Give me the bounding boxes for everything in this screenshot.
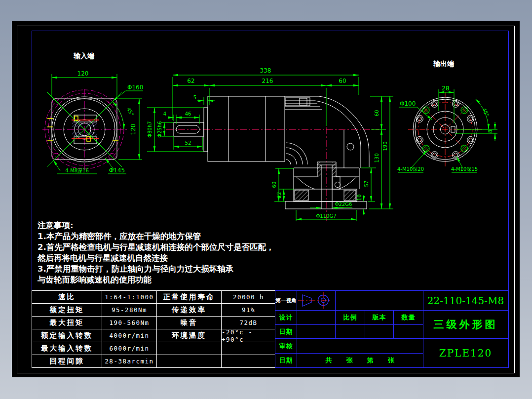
spec-label: 回程间隙 bbox=[32, 355, 102, 368]
model-number: ZPLE120 bbox=[423, 338, 508, 368]
spec-value: 72dB bbox=[222, 317, 276, 329]
design-value-cell bbox=[297, 310, 336, 325]
spec-table: 速比 1:64-1:1000 正常使用寿命 20000 h 额定扭矩 95-28… bbox=[32, 290, 275, 368]
spec-value bbox=[222, 342, 276, 355]
title-block: 第一视角 22-110-145-M8 设计 比例 版本 数量 三级外形图 日期 … bbox=[275, 290, 508, 368]
notes-title: 注意事项: bbox=[38, 220, 274, 231]
part-number: 22-110-145-M8 bbox=[423, 290, 508, 311]
spec-value: 95-280Nm bbox=[102, 304, 157, 317]
quantity-value-cell bbox=[393, 324, 423, 339]
review-label: 审核 bbox=[275, 338, 297, 354]
spec-value: 6000r/min bbox=[102, 342, 157, 355]
spec-value: 91% bbox=[222, 304, 276, 317]
spec-value bbox=[222, 355, 276, 368]
notes-block: 注意事项: 1.本产品为精密部件，应放在干燥的地方保管 2.首先严格检查电机与行… bbox=[38, 220, 274, 285]
empty-cell bbox=[335, 290, 423, 311]
date-label: 日期 bbox=[275, 353, 297, 368]
first-angle-label: 第一视角 bbox=[275, 290, 297, 311]
notes-line: 然后再将电机与行星减速机自然连接 bbox=[38, 253, 274, 264]
spec-label: 噪音 bbox=[157, 317, 222, 329]
spec-value: 190-560Nm bbox=[102, 317, 157, 329]
spec-label: 环境温度 bbox=[157, 329, 222, 342]
spec-label: 传递效率 bbox=[157, 304, 222, 317]
notes-line: 3.严禁用重物击打，防止轴向力与径向力过大损坏轴承 bbox=[38, 264, 274, 275]
scale-label: 比例 bbox=[335, 310, 365, 325]
review-value-cell bbox=[297, 338, 423, 354]
spec-value: 4000r/min bbox=[102, 329, 157, 342]
empty-cell bbox=[297, 324, 336, 339]
version-value-cell bbox=[365, 324, 394, 339]
drawing-name: 三级外形图 bbox=[423, 310, 508, 339]
spec-label: 额定扭矩 bbox=[32, 304, 102, 317]
spec-value: -20°c - +90°c bbox=[222, 329, 276, 342]
scale-value-cell bbox=[335, 324, 365, 339]
notes-line: 2.首先严格检查电机与行星减速机相连接的个部位尺寸是否匹配， bbox=[38, 242, 274, 253]
spec-label: 最大扭矩 bbox=[32, 317, 102, 329]
notes-line: 1.本产品为精密部件，应放在干燥的地方保管 bbox=[38, 231, 274, 242]
sheet-count: 共 张 第 张 bbox=[297, 353, 423, 368]
date-label: 日期 bbox=[275, 324, 297, 339]
design-label: 设计 bbox=[275, 310, 297, 325]
quantity-label: 数量 bbox=[393, 310, 423, 325]
spec-value: 1:64-1:1000 bbox=[102, 291, 157, 304]
spec-value: 28-38arcmin bbox=[102, 355, 157, 368]
cad-viewer: 注意事项: 1.本产品为精密部件，应放在干燥的地方保管 2.首先严格检查电机与行… bbox=[0, 0, 532, 399]
spec-label bbox=[157, 355, 222, 368]
spec-value: 20000 h bbox=[222, 291, 276, 304]
spec-label bbox=[157, 342, 222, 355]
projection-symbol-cell bbox=[297, 290, 336, 311]
spec-label: 速比 bbox=[32, 291, 102, 304]
notes-line: 与齿轮而影响减速机的使用功能 bbox=[38, 275, 274, 285]
spec-label: 正常使用寿命 bbox=[157, 291, 222, 304]
version-label: 版本 bbox=[365, 310, 394, 325]
spec-label: 额定输入转数 bbox=[32, 329, 102, 342]
spec-label: 最大输入转数 bbox=[32, 342, 102, 355]
